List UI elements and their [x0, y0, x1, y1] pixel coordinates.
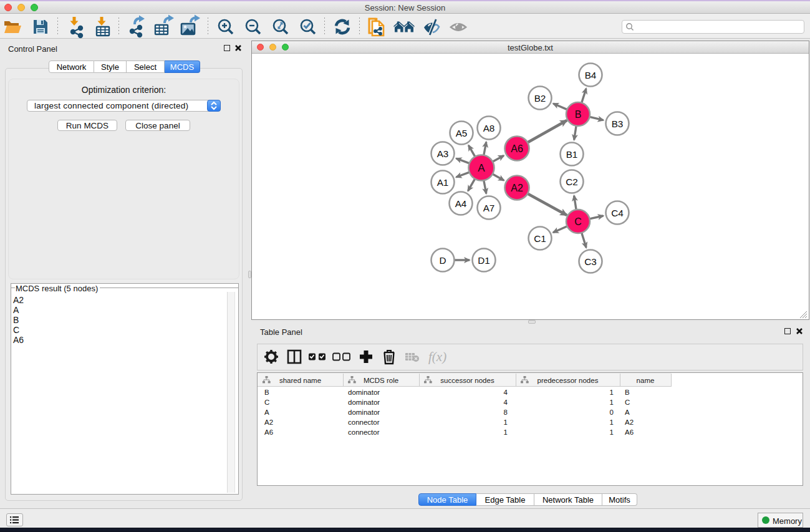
- svg-text:D: D: [439, 255, 446, 266]
- svg-text:A6: A6: [511, 143, 523, 154]
- svg-text:C4: C4: [611, 208, 624, 218]
- svg-text:B4: B4: [585, 70, 597, 80]
- svg-text:B: B: [575, 109, 582, 120]
- svg-text:C3: C3: [584, 256, 597, 267]
- svg-text:B2: B2: [534, 93, 546, 104]
- svg-text:A2: A2: [511, 183, 523, 193]
- svg-text:A8: A8: [483, 123, 495, 133]
- svg-text:C: C: [574, 216, 582, 227]
- svg-text:A7: A7: [483, 203, 495, 213]
- svg-text:C2: C2: [566, 177, 578, 187]
- svg-text:A4: A4: [455, 198, 467, 209]
- svg-text:B3: B3: [612, 118, 624, 129]
- svg-text:A1: A1: [437, 177, 449, 188]
- svg-text:A: A: [478, 162, 485, 174]
- svg-text:A3: A3: [437, 148, 449, 159]
- svg-text:f(x): f(x): [428, 349, 446, 364]
- svg-text:B1: B1: [566, 149, 578, 160]
- svg-text:C1: C1: [534, 233, 546, 244]
- svg-text:D1: D1: [478, 255, 490, 266]
- svg-text:A5: A5: [456, 128, 468, 138]
